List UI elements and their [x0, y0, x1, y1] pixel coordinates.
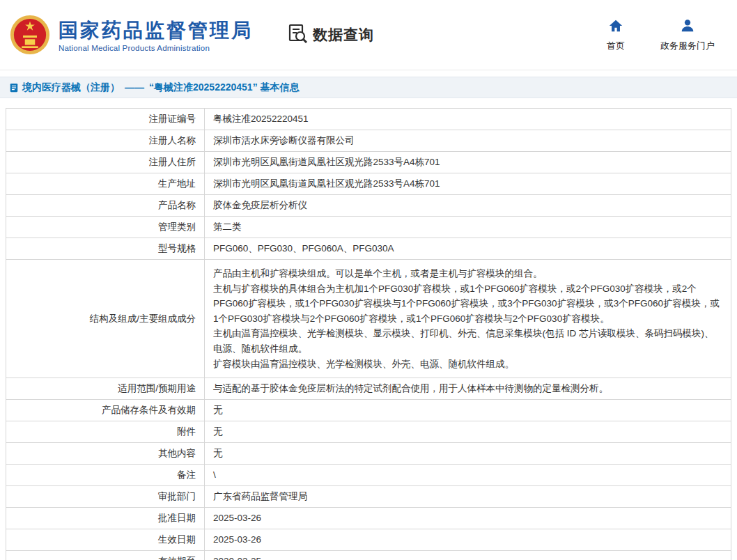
row-label: 产品储存条件及有效期	[6, 400, 205, 421]
row-value: 无	[205, 400, 731, 421]
nav-item-home[interactable]: 首页	[600, 18, 631, 52]
row-value: 胶体金免疫层析分析仪	[205, 195, 731, 217]
table-row: 产品储存条件及有效期 无	[6, 400, 731, 421]
row-label: 注册人名称	[6, 130, 205, 152]
row-label: 注册证编号	[6, 109, 205, 130]
row-label: 批准日期	[6, 508, 205, 529]
table-row: 附件 无	[6, 421, 731, 443]
row-value: 2025-03-26	[205, 529, 731, 551]
national-emblem-icon	[10, 15, 50, 55]
data-query-label: 数据查询	[313, 25, 374, 45]
table-row: 生产地址 深圳市光明区凤凰街道凤凰社区观光路2533号A4栋701	[6, 173, 731, 195]
nav-item-label: 首页	[607, 40, 625, 52]
breadcrumb-section-link[interactable]: 境内医疗器械（注册）	[22, 81, 120, 94]
row-label: 管理类别	[6, 217, 205, 238]
table-row: 适用范围/预期用途 与适配的基于胶体金免疫层析法的特定试剂配合使用，用于人体样本…	[6, 378, 731, 400]
registration-info-section: 注册证编号 粤械注准20252220451 注册人名称 深圳市活水床旁诊断仪器有…	[0, 98, 737, 560]
row-value: \	[205, 465, 731, 486]
table-row: 审批部门 广东省药品监督管理局	[6, 486, 731, 508]
breadcrumb: 境内医疗器械（注册） —— “粤械注准20252220451” 基本信息	[0, 77, 737, 98]
row-label: 备注	[6, 465, 205, 486]
table-row: 产品名称 胶体金免疫层析分析仪	[6, 195, 731, 217]
row-label: 型号规格	[6, 238, 205, 260]
table-row: 其他内容 无	[6, 443, 731, 465]
table-row: 有效期至 2030-03-25	[6, 551, 731, 560]
breadcrumb-detail: “粤械注准20252220451” 基本信息	[149, 81, 300, 94]
row-label: 生产地址	[6, 173, 205, 195]
row-label: 注册人住所	[6, 152, 205, 173]
row-value: PFG060、PFG030、PFG060A、PFG030A	[205, 238, 731, 260]
table-row: 注册证编号 粤械注准20252220451	[6, 109, 731, 130]
table-row: 备注 \	[6, 465, 731, 486]
row-label: 适用范围/预期用途	[6, 378, 205, 400]
row-value: 与适配的基于胶体金免疫层析法的特定试剂配合使用，用于人体样本中待测物的定量检测分…	[205, 378, 731, 400]
row-value: 深圳市光明区凤凰街道凤凰社区观光路2533号A4栋701	[205, 173, 731, 195]
brand-text: 国家药品监督管理局 National Medical Products Admi…	[59, 18, 253, 52]
row-label: 有效期至	[6, 551, 205, 560]
table-row: 注册人名称 深圳市活水床旁诊断仪器有限公司	[6, 130, 731, 152]
table-row: 型号规格 PFG060、PFG030、PFG060A、PFG030A	[6, 238, 731, 260]
agency-name-en: National Medical Products Administration	[59, 44, 253, 52]
row-value: 粤械注准20252220451	[205, 109, 731, 130]
home-icon	[608, 18, 623, 36]
data-query-tab[interactable]: 数据查询	[286, 22, 374, 47]
row-label: 产品名称	[6, 195, 205, 217]
breadcrumb-page-icon	[9, 83, 19, 93]
row-value: 深圳市活水床旁诊断仪器有限公司	[205, 130, 731, 152]
nav-item-label: 政务服务门户	[660, 40, 715, 52]
row-value: 2030-03-25	[205, 551, 731, 560]
row-label: 审批部门	[6, 486, 205, 508]
site-header: 国家药品监督管理局 National Medical Products Admi…	[0, 0, 737, 70]
row-label: 其他内容	[6, 443, 205, 465]
row-value: 第二类	[205, 217, 731, 238]
table-row: 管理类别 第二类	[6, 217, 731, 238]
registration-info-table: 注册证编号 粤械注准20252220451 注册人名称 深圳市活水床旁诊断仪器有…	[6, 108, 731, 560]
agency-name-cn: 国家药品监督管理局	[59, 18, 253, 42]
row-label: 生效日期	[6, 529, 205, 551]
row-value: 深圳市光明区凤凰街道凤凰社区观光路2533号A4栋701	[205, 152, 731, 173]
row-label: 附件	[6, 421, 205, 443]
data-query-icon	[286, 22, 309, 47]
breadcrumb-separator: ——	[125, 82, 144, 93]
header-nav: 首页 政务服务门户	[600, 18, 724, 52]
row-value: 无	[205, 421, 731, 443]
row-value: 广东省药品监督管理局	[205, 486, 731, 508]
person-icon	[680, 18, 695, 36]
table-row: 批准日期 2025-03-26	[6, 508, 731, 529]
nav-item-gov-portal[interactable]: 政务服务门户	[660, 18, 715, 52]
row-label: 结构及组成/主要组成成分	[6, 260, 205, 378]
row-value: 产品由主机和扩容模块组成。可以是单个主机，或者是主机与扩容模块的组合。 主机与扩…	[205, 260, 731, 378]
table-row: 注册人住所 深圳市光明区凤凰街道凤凰社区观光路2533号A4栋701	[6, 152, 731, 173]
brand-link[interactable]: 国家药品监督管理局 National Medical Products Admi…	[10, 15, 253, 55]
row-value: 无	[205, 443, 731, 465]
row-value: 2025-03-26	[205, 508, 731, 529]
table-row: 结构及组成/主要组成成分 产品由主机和扩容模块组成。可以是单个主机，或者是主机与…	[6, 260, 731, 378]
table-row: 生效日期 2025-03-26	[6, 529, 731, 551]
